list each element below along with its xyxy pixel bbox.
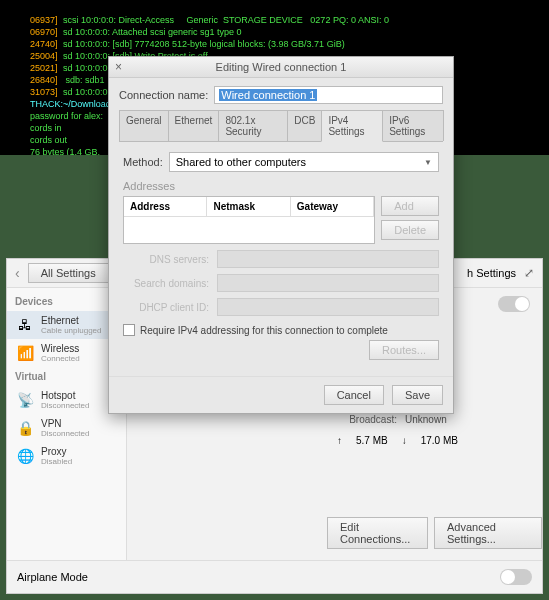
wifi-icon: 📶 xyxy=(15,343,35,363)
edit-connection-dialog: × Editing Wired connection 1 Connection … xyxy=(108,56,454,414)
stats: ↑5.7 MB ↓17.0 MB xyxy=(337,435,532,446)
add-button[interactable]: Add xyxy=(381,196,439,216)
sidebar-item-vpn[interactable]: 🔒 VPNDisconnected xyxy=(7,414,126,442)
dns-input xyxy=(217,250,439,268)
tab-dcb[interactable]: DCB xyxy=(287,110,322,141)
dhcp-input xyxy=(217,298,439,316)
method-label: Method: xyxy=(123,156,163,168)
tabs: General Ethernet 802.1x Security DCB IPv… xyxy=(119,110,443,142)
advanced-settings-button[interactable]: Advanced Settings... xyxy=(434,517,542,549)
dialog-title: × Editing Wired connection 1 xyxy=(109,57,453,78)
settings-title-partial: h Settings xyxy=(467,267,516,279)
col-gateway: Gateway xyxy=(291,197,374,216)
ethernet-toggle[interactable] xyxy=(498,296,530,312)
tab-ethernet[interactable]: Ethernet xyxy=(168,110,220,141)
require-ipv4-checkbox[interactable] xyxy=(123,324,135,336)
addresses-label: Addresses xyxy=(123,180,439,192)
airplane-mode-row: Airplane Mode xyxy=(7,560,542,593)
tab-ipv4[interactable]: IPv4 Settings xyxy=(321,110,383,142)
lock-icon: 🔒 xyxy=(15,418,35,438)
close-icon[interactable]: × xyxy=(115,60,122,74)
routes-button[interactable]: Routes... xyxy=(369,340,439,360)
ethernet-icon: 🖧 xyxy=(15,315,35,335)
dns-label: DNS servers: xyxy=(123,254,209,265)
expand-icon[interactable]: ⤢ xyxy=(524,266,534,280)
tab-8021x[interactable]: 802.1x Security xyxy=(218,110,288,141)
col-netmask: Netmask xyxy=(207,197,290,216)
back-arrow-icon[interactable]: ‹ xyxy=(15,265,20,281)
chevron-down-icon: ▼ xyxy=(424,158,432,167)
search-domains-label: Search domains: xyxy=(123,278,209,289)
cancel-button[interactable]: Cancel xyxy=(324,385,384,405)
all-settings-button[interactable]: All Settings xyxy=(28,263,109,283)
sidebar-item-proxy[interactable]: 🌐 ProxyDisabled xyxy=(7,442,126,470)
airplane-label: Airplane Mode xyxy=(17,571,88,583)
proxy-icon: 🌐 xyxy=(15,446,35,466)
hotspot-icon: 📡 xyxy=(15,390,35,410)
dhcp-label: DHCP client ID: xyxy=(123,302,209,313)
airplane-toggle[interactable] xyxy=(500,569,532,585)
addresses-table[interactable]: Address Netmask Gateway xyxy=(123,196,375,244)
method-select[interactable]: Shared to other computers▼ xyxy=(169,152,439,172)
require-ipv4-label: Require IPv4 addressing for this connect… xyxy=(140,325,388,336)
col-address: Address xyxy=(124,197,207,216)
download-icon: ↓ xyxy=(402,435,407,446)
delete-button[interactable]: Delete xyxy=(381,220,439,240)
search-domains-input xyxy=(217,274,439,292)
tab-general[interactable]: General xyxy=(119,110,169,141)
edit-connections-button[interactable]: Edit Connections... xyxy=(327,517,428,549)
connection-name-input[interactable]: Wired connection 1 xyxy=(214,86,443,104)
connection-name-label: Connection name: xyxy=(119,89,208,101)
save-button[interactable]: Save xyxy=(392,385,443,405)
tab-ipv6[interactable]: IPv6 Settings xyxy=(382,110,444,141)
upload-icon: ↑ xyxy=(337,435,342,446)
